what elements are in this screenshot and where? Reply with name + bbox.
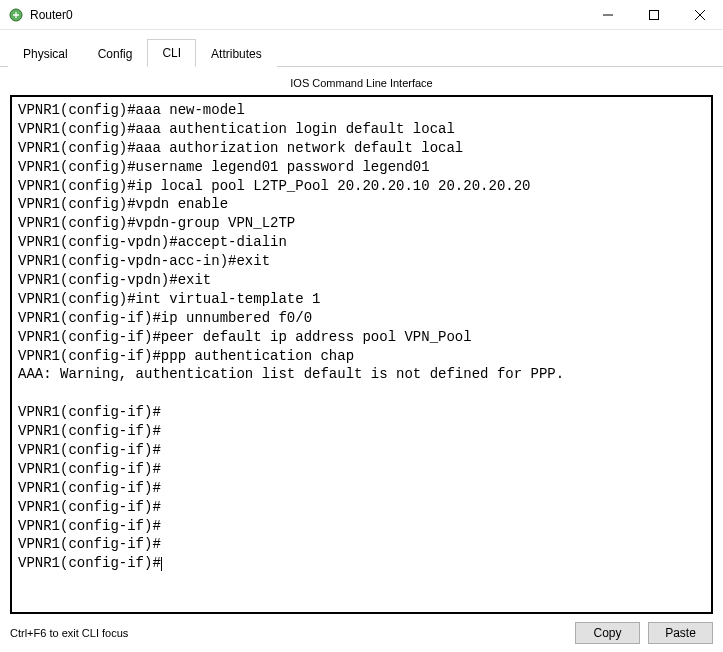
tab-cli[interactable]: CLI [147,39,196,67]
cli-cursor [161,557,162,571]
copy-button[interactable]: Copy [575,622,640,644]
tab-bar: Physical Config CLI Attributes [0,30,723,67]
minimize-button[interactable] [585,0,631,30]
tab-attributes[interactable]: Attributes [196,40,277,67]
cli-panel: IOS Command Line Interface VPNR1(config)… [0,67,723,652]
cli-terminal[interactable]: VPNR1(config)#aaa new-model VPNR1(config… [10,95,713,614]
router-icon [8,7,24,23]
cli-buttons: Copy Paste [575,622,713,644]
svg-rect-2 [650,10,659,19]
title-bar: Router0 [0,0,723,30]
close-button[interactable] [677,0,723,30]
cli-header: IOS Command Line Interface [10,73,713,95]
paste-button[interactable]: Paste [648,622,713,644]
cli-footer: Ctrl+F6 to exit CLI focus Copy Paste [10,614,713,644]
window-controls [585,0,723,30]
maximize-button[interactable] [631,0,677,30]
tab-physical[interactable]: Physical [8,40,83,67]
cli-hint: Ctrl+F6 to exit CLI focus [10,627,128,639]
window-title: Router0 [30,8,73,22]
tab-config[interactable]: Config [83,40,148,67]
